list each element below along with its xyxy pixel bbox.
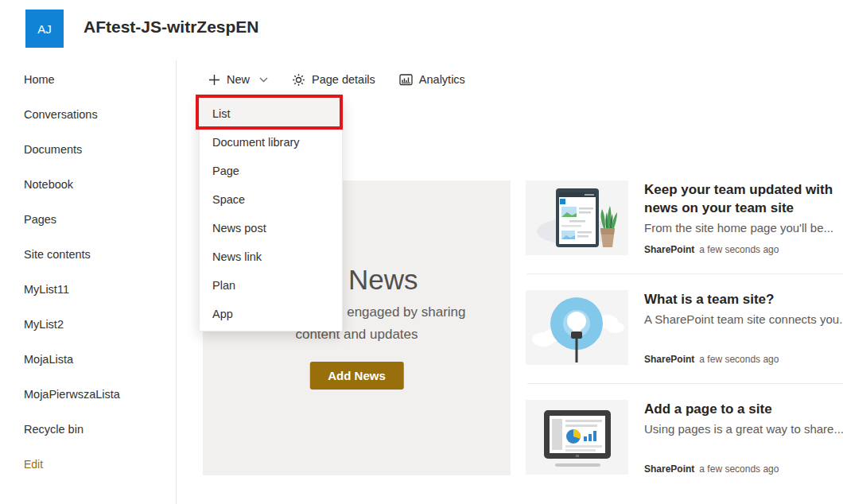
sidebar-item-documents[interactable]: Documents	[0, 132, 176, 167]
sidebar-item-recycle-bin[interactable]: Recycle bin	[0, 412, 176, 447]
card-timestamp: a few seconds ago	[699, 244, 779, 255]
menu-item-news-post[interactable]: News post	[200, 214, 342, 242]
site-header: AJ AFtest-JS-witrZespEN	[0, 0, 843, 60]
card-timestamp: a few seconds ago	[699, 354, 779, 365]
sidebar-item-conversations[interactable]: Conversations	[0, 97, 176, 132]
chevron-down-icon	[259, 77, 268, 83]
card-separator	[527, 273, 843, 274]
sidebar-item-pages[interactable]: Pages	[0, 202, 176, 237]
analytics-button[interactable]: Analytics	[399, 73, 465, 86]
news-card[interactable]: What is a team site? A SharePoint team s…	[526, 290, 843, 365]
gear-icon	[292, 73, 305, 87]
sidebar-item-mylist11[interactable]: MyList11	[0, 272, 176, 307]
analytics-chart-icon	[399, 74, 413, 86]
menu-item-list[interactable]: List	[200, 99, 342, 128]
card-description: From the site home page you'll be...	[644, 221, 843, 235]
sidebar-nav: Home Conversations Documents Notebook Pa…	[0, 60, 177, 504]
page-details-label: Page details	[312, 73, 375, 86]
analytics-label: Analytics	[419, 73, 465, 86]
menu-item-app[interactable]: App	[200, 300, 342, 328]
card-timestamp: a few seconds ago	[699, 463, 779, 475]
menu-item-document-library[interactable]: Document library	[200, 128, 342, 157]
card-text: Keep your team updated with news on your…	[644, 180, 843, 255]
card-title[interactable]: Keep your team updated with news on your…	[644, 180, 843, 217]
sidebar-edit-link[interactable]: Edit	[0, 447, 176, 482]
card-source: SharePoint	[644, 463, 694, 475]
new-button[interactable]: New	[208, 73, 268, 86]
avatar-initials: AJ	[37, 22, 52, 36]
card-text: Add a page to a site Using pages is a gr…	[644, 400, 843, 475]
card-meta: SharePointa few seconds ago	[644, 354, 843, 365]
card-text: What is a team site? A SharePoint team s…	[644, 290, 843, 365]
card-meta: SharePointa few seconds ago	[644, 244, 843, 255]
tablet-and-plant-illustration[interactable]	[526, 180, 628, 255]
card-separator	[527, 383, 843, 384]
sidebar-item-notebook[interactable]: Notebook	[0, 167, 176, 202]
news-card[interactable]: Add a page to a site Using pages is a gr…	[526, 400, 843, 475]
add-news-button[interactable]: Add News	[309, 362, 404, 390]
sidebar-item-mojapierwszalista[interactable]: MojaPierwszaLista	[0, 377, 176, 412]
site-title: AFtest-JS-witrZespEN	[84, 17, 259, 37]
sidebar-item-mojalista[interactable]: MojaLista	[0, 342, 176, 377]
menu-item-plan[interactable]: Plan	[200, 271, 342, 300]
card-title[interactable]: Add a page to a site	[644, 400, 843, 418]
plus-icon	[208, 74, 220, 86]
card-source: SharePoint	[644, 354, 694, 365]
lightbulb-clouds-illustration[interactable]	[526, 290, 628, 365]
sharepoint-team-site-page: AJ AFtest-JS-witrZespEN Home Conversatio…	[0, 0, 843, 504]
card-description: A SharePoint team site connects you...	[644, 312, 843, 326]
card-title[interactable]: What is a team site?	[644, 290, 843, 308]
command-bar: New Page details	[208, 68, 465, 91]
new-button-label: New	[227, 73, 250, 86]
site-logo-avatar[interactable]: AJ	[25, 10, 64, 48]
menu-item-space[interactable]: Space	[200, 185, 342, 214]
sidebar-nav-list: Home Conversations Documents Notebook Pa…	[0, 60, 176, 482]
card-source: SharePoint	[644, 244, 694, 255]
news-cards-list: Keep your team updated with news on your…	[526, 180, 843, 475]
news-webpart-title: News	[348, 264, 418, 296]
new-menu-dropdown: List Document library Page Space News po…	[199, 97, 343, 331]
sidebar-item-site-contents[interactable]: Site contents	[0, 237, 176, 272]
card-meta: SharePointa few seconds ago	[644, 463, 843, 475]
menu-item-page[interactable]: Page	[200, 157, 342, 185]
monitor-charts-illustration[interactable]	[526, 400, 628, 475]
card-description: Using pages is a great way to share...	[644, 422, 843, 436]
menu-item-news-link[interactable]: News link	[200, 242, 342, 271]
news-card[interactable]: Keep your team updated with news on your…	[526, 180, 843, 255]
sidebar-item-home[interactable]: Home	[0, 62, 176, 97]
sidebar-item-mylist2[interactable]: MyList2	[0, 307, 176, 342]
page-details-button[interactable]: Page details	[292, 73, 375, 87]
